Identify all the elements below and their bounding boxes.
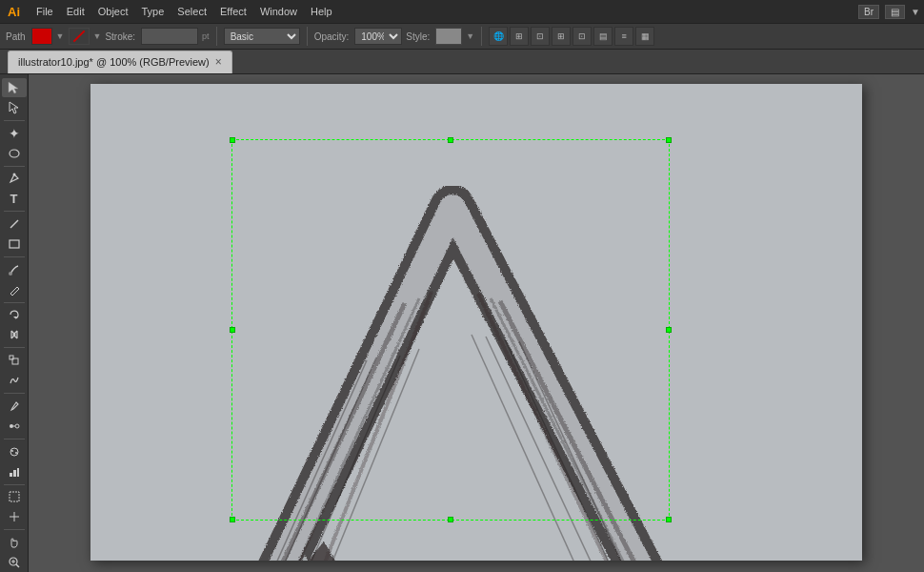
separator-1 [216,27,217,46]
tool-separator-6 [4,347,25,348]
globe-icon[interactable]: 🌐 [489,27,508,46]
svg-rect-14 [10,473,12,477]
tool-separator-1 [4,120,25,121]
paintbrush-tool-button[interactable] [2,260,27,279]
graph-tool-button[interactable] [2,462,27,481]
transform-icons: 🌐 ⊞ ⊡ ⊞ ⊡ ▤ ≡ ▦ [489,27,654,46]
pen-tool-button[interactable] [2,169,27,188]
menu-bar: Ai File Edit Object Type Select Effect W… [0,0,924,23]
path-label: Path [6,31,26,42]
svg-point-9 [15,424,19,428]
menu-window[interactable]: Window [253,4,304,19]
menu-file[interactable]: File [30,4,60,19]
svg-rect-3 [10,240,19,248]
artwork-svg [90,84,862,561]
transform-icon-6[interactable]: ≡ [614,27,633,46]
eyedropper-tool-button[interactable] [2,397,27,416]
menu-effect[interactable]: Effect [213,4,253,19]
svg-point-1 [12,174,15,176]
svg-line-5 [17,287,19,289]
separator-3 [481,27,482,46]
svg-point-8 [10,424,13,428]
scale-tool-button[interactable] [2,351,27,370]
opacity-select[interactable]: 100% [354,28,402,45]
pencil-tool-button[interactable] [2,280,27,299]
reflect-tool-button[interactable] [2,325,27,344]
slice-tool-button[interactable] [2,507,27,526]
tool-separator-4 [4,256,25,257]
menu-help[interactable]: Help [304,4,339,19]
artboard [90,84,862,561]
tool-separator-7 [4,393,25,394]
toolbar: ✦ T [0,74,29,572]
stroke-swatch[interactable] [69,28,90,45]
svg-point-0 [10,150,19,157]
tool-separator-10 [4,529,25,530]
control-bar: Path ▼ ▼ Stroke: pt Basic Opacity: 100% … [0,23,924,50]
transform-icon-1[interactable]: ⊞ [510,27,529,46]
symbol-sprayer-button[interactable] [2,442,27,461]
svg-point-12 [11,450,13,452]
bridge-button[interactable]: Br [858,5,879,19]
tool-separator-2 [4,166,25,167]
transform-icon-4[interactable]: ⊡ [572,27,592,46]
svg-line-21 [16,564,19,567]
svg-point-4 [9,272,12,276]
canvas-area[interactable] [29,74,924,572]
hand-tool-button[interactable] [2,533,27,552]
selection-tool-button[interactable] [2,78,27,97]
warp-tool-button[interactable] [2,371,27,390]
stroke-width-input[interactable] [141,28,198,45]
cs-live: ▼ [911,7,920,17]
tab-bar: illustrator10.jpg* @ 100% (RGB/Preview) … [0,50,924,74]
svg-rect-15 [13,470,16,477]
document-tab[interactable]: illustrator10.jpg* @ 100% (RGB/Preview) … [8,51,232,73]
stroke-dropdown-arrow[interactable]: ▼ [93,31,102,41]
separator-2 [307,27,308,46]
lasso-tool-button[interactable] [2,144,27,163]
svg-rect-17 [10,492,19,501]
type-tool-button[interactable]: T [2,189,27,208]
transform-icon-5[interactable]: ▤ [593,27,613,46]
opacity-label: Opacity: [314,31,350,42]
stroke-width-unit: pt [202,31,210,41]
brush-definition-select[interactable]: Basic [224,28,300,45]
rotate-tool-button[interactable] [2,306,27,325]
transform-icon-3[interactable]: ⊞ [552,27,571,46]
style-label: Style: [406,31,430,42]
direct-selection-tool-button[interactable] [2,98,27,117]
stroke-label: Stroke: [105,31,135,42]
blend-tool-button[interactable] [2,417,27,436]
menu-edit[interactable]: Edit [60,4,91,19]
tool-separator-5 [4,302,25,303]
menu-type[interactable]: Type [135,4,171,19]
fill-dropdown-arrow[interactable]: ▼ [56,31,65,41]
style-dropdown-arrow[interactable]: ▼ [466,31,474,41]
zoom-tool-button[interactable] [2,553,27,572]
style-box[interactable] [435,28,462,45]
tool-separator-8 [4,439,25,439]
menu-object[interactable]: Object [91,4,135,19]
magic-wand-tool-button[interactable]: ✦ [2,124,27,143]
tool-separator-9 [4,484,25,485]
workspace-button[interactable]: ▤ [885,5,905,19]
line-tool-button[interactable] [2,214,27,234]
transform-icon-2[interactable]: ⊡ [531,27,550,46]
tab-title: illustrator10.jpg* @ 100% (RGB/Preview) [18,56,210,68]
svg-point-13 [15,452,17,454]
fill-swatch[interactable] [31,28,52,45]
tool-separator-3 [4,211,25,212]
tab-close-button[interactable]: × [215,55,222,69]
main-area: ✦ T [0,74,924,572]
rect-tool-button[interactable] [2,235,27,254]
menu-select[interactable]: Select [171,4,213,19]
transform-icon-7[interactable]: ▦ [635,27,654,46]
artboard-tool-button[interactable] [2,487,27,506]
svg-rect-16 [17,468,19,477]
svg-point-11 [10,448,18,456]
app-logo: Ai [4,5,24,19]
svg-line-2 [10,220,18,228]
svg-rect-24 [90,84,862,561]
